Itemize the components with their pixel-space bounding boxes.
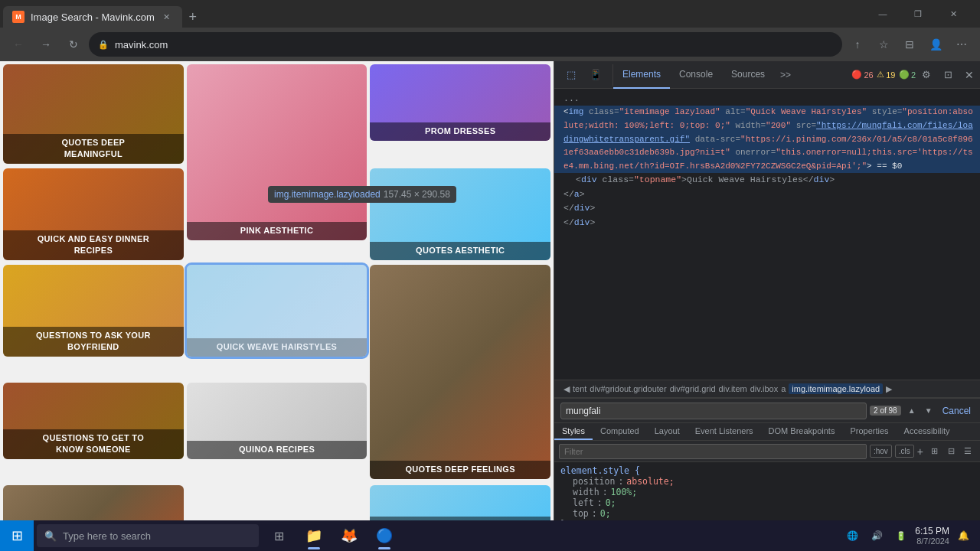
close-button[interactable]: ✕ <box>936 0 971 28</box>
new-tab-button[interactable]: + <box>182 6 204 28</box>
tab-computed[interactable]: Computed <box>593 423 647 440</box>
grid-item[interactable]: Questions To Get ToKnow Someone <box>3 383 184 459</box>
code-content: </div> <box>564 201 595 215</box>
more-tabs-button[interactable]: >> <box>774 70 797 80</box>
tab-elements[interactable]: Elements <box>613 61 670 89</box>
prop-value: 0; <box>600 508 611 519</box>
colon: : <box>618 476 623 487</box>
tab-console[interactable]: Console <box>670 61 722 89</box>
code-indent: <div class="topname">Quick Weave Hairsty… <box>564 173 835 187</box>
code-line-selected[interactable]: <img class="itemimage lazyload" alt="Qui… <box>554 106 980 173</box>
tab-properties[interactable]: Properties <box>842 423 896 440</box>
bc-grid[interactable]: div#grid.grid <box>670 384 716 393</box>
grid-item[interactable]: Quotes DeepMeaningful <box>3 64 184 164</box>
devtools-close-button[interactable]: ✕ <box>959 64 980 86</box>
rule-selector: element.style { <box>560 465 640 476</box>
active-indicator <box>378 547 390 549</box>
filter-icon-1[interactable]: ⊞ <box>926 444 942 459</box>
menu-button[interactable]: ⋯ <box>949 32 974 57</box>
add-style-button[interactable]: + <box>917 445 923 458</box>
tab-styles[interactable]: Styles <box>554 423 593 440</box>
warning-badge: ⚠ 19 <box>877 70 895 80</box>
filter-icon-3[interactable]: ☰ <box>960 444 975 459</box>
taskbar: ⊞ 🔍 Type here to search ⊞ 📁 🦊 🔵 <box>0 520 980 551</box>
bc-img-active[interactable]: img.itemimage.lazyload <box>789 383 883 394</box>
file-explorer-button[interactable]: 📁 <box>297 520 331 551</box>
profile-button[interactable]: 👤 <box>923 32 948 57</box>
back-button[interactable]: ← <box>6 32 31 57</box>
search-prev-button[interactable]: ▲ <box>904 403 920 419</box>
bc-a[interactable]: a <box>781 384 786 393</box>
bc-ibox[interactable]: div.ibox <box>750 384 778 393</box>
minimize-button[interactable]: ― <box>865 0 900 28</box>
breadcrumb-arrow-right[interactable]: ▶ <box>886 384 892 394</box>
edge-button[interactable]: 🔵 <box>368 520 401 551</box>
notification-icon[interactable]: 🔔 <box>952 525 974 546</box>
network-icon[interactable]: 🌐 <box>841 525 863 546</box>
tab-event-listeners[interactable]: Event Listeners <box>688 423 761 440</box>
bc-tent[interactable]: tent <box>573 384 586 393</box>
grid-item[interactable]: Quick And Easy DinnerRecipes <box>3 168 184 260</box>
breadcrumb-arrow[interactable]: ◀ <box>564 384 570 394</box>
tab-dom-breakpoints[interactable]: DOM Breakpoints <box>761 423 843 440</box>
share-button[interactable]: ↑ <box>845 32 870 57</box>
code-content: </div> <box>564 216 595 230</box>
search-nav: ▲ ▼ <box>904 403 936 419</box>
firefox-button[interactable]: 🦊 <box>332 520 366 551</box>
filter-icon-2[interactable]: ⊟ <box>943 444 959 459</box>
item-label: Prom Dresses <box>370 122 550 141</box>
address-bar[interactable]: 🔒 mavink.com <box>89 32 842 57</box>
grid-item[interactable]: Questions To Ask YourBoyfriend <box>3 265 184 357</box>
bc-item[interactable]: div.item <box>719 384 747 393</box>
prop-name: position <box>560 476 615 487</box>
tab-close-button[interactable]: ✕ <box>161 11 173 23</box>
grid-item[interactable]: Prom Dresses <box>370 64 550 141</box>
tab-sources[interactable]: Sources <box>722 61 774 89</box>
search-next-button[interactable]: ▼ <box>921 403 936 419</box>
code-content: <img class="itemimage lazyload" alt="Qui… <box>564 106 974 173</box>
search-result-count: 2 of 98 <box>870 406 901 416</box>
devtools-search-input[interactable] <box>560 403 867 419</box>
device-toolbar-button[interactable]: 📱 <box>585 64 606 86</box>
tab-accessibility[interactable]: Accessibility <box>897 423 958 440</box>
browser-chrome: M Image Search - Mavink.com ✕ + ― ❒ ✕ ← … <box>0 0 980 61</box>
bookmark-button[interactable]: ☆ <box>871 32 896 57</box>
search-cancel-button[interactable]: Cancel <box>939 406 974 416</box>
volume-icon[interactable]: 🔊 <box>866 525 887 546</box>
devtools-settings-button[interactable]: ⚙ <box>916 64 937 86</box>
forward-button[interactable]: → <box>34 32 58 57</box>
refresh-button[interactable]: ↻ <box>61 32 86 57</box>
nav-bar: ← → ↻ 🔒 mavink.com ↑ ☆ ⊟ 👤 ⋯ <box>0 28 980 61</box>
styles-filter-input[interactable] <box>559 444 867 459</box>
split-button[interactable]: ⊟ <box>897 32 922 57</box>
tab-layout[interactable]: Layout <box>647 423 688 440</box>
item-label: Quotes Deep Feelings <box>370 461 550 479</box>
start-button[interactable]: ⊞ <box>0 520 34 551</box>
pseudo-filter-button[interactable]: :hov <box>870 445 892 458</box>
tab-title: Image Search - Mavink.com <box>31 11 155 23</box>
cls-filter-button[interactable]: .cls <box>895 445 914 458</box>
grid-item[interactable]: Pink Aesthetic <box>187 64 368 240</box>
firefox-icon: 🦊 <box>340 527 358 545</box>
clock[interactable]: 6:15 PM 8/7/2024 <box>915 526 949 546</box>
grid-item[interactable]: Quinoa Recipes <box>187 383 368 459</box>
maximize-button[interactable]: ❒ <box>900 0 936 28</box>
inspect-element-button[interactable]: ⬚ <box>560 64 582 86</box>
active-indicator <box>308 547 320 549</box>
grid-item[interactable]: Quotes Deep Feelings <box>370 265 550 479</box>
prop-value: 100%; <box>611 487 638 497</box>
battery-icon[interactable]: 🔋 <box>890 525 912 546</box>
devtools-dock-button[interactable]: ⊡ <box>937 64 959 86</box>
devtools-search-bar: 2 of 98 ▲ ▼ Cancel <box>554 399 980 423</box>
grid-item-highlighted[interactable]: Quick Weave Hairstyles <box>187 265 368 357</box>
grid-item[interactable]: Quotes Aesthetic <box>370 168 550 260</box>
file-explorer-icon: 📁 <box>305 527 323 545</box>
nav-actions: ↑ ☆ ⊟ 👤 ⋯ <box>845 32 974 57</box>
error-badge: 🔴 26 <box>851 70 873 80</box>
bc-gridout[interactable]: div#gridout.gridouter <box>590 384 666 393</box>
devtools-tabs: Elements Console Sources >> <box>613 61 797 89</box>
task-view-button[interactable]: ⊞ <box>262 520 296 551</box>
active-tab[interactable]: M Image Search - Mavink.com ✕ <box>3 6 182 28</box>
elements-panel[interactable]: ... <img class="itemimage lazyload" alt=… <box>554 89 980 380</box>
taskbar-search[interactable]: 🔍 Type here to search <box>37 524 259 547</box>
